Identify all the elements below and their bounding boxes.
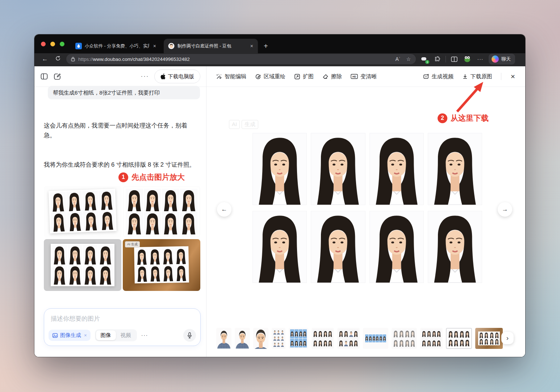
- chat-more-menu[interactable]: ···: [141, 73, 149, 80]
- download-desktop-label: 下载电脑版: [168, 73, 195, 80]
- browser-titlebar: 小众软件 - 分享免费、小巧、实用 × 制作两寸白底证件照 - 豆包 × +: [34, 34, 525, 53]
- composer-toolbar: 图像生成 × 图像 视频 ···: [49, 329, 196, 342]
- url-text: https://www.doubao.com/chat/384202449965…: [78, 57, 391, 62]
- strip-thumb-man-3[interactable]: [253, 328, 268, 349]
- favorite-star-icon[interactable]: ☆: [405, 56, 412, 62]
- strip-thumb-dark-grid[interactable]: [420, 328, 443, 349]
- generated-image-4[interactable]: AI 生成: [123, 239, 200, 291]
- extension-badge: 1: [425, 60, 430, 64]
- address-bar[interactable]: https://www.doubao.com/chat/384202449965…: [66, 54, 416, 64]
- strip-thumb-man-grid[interactable]: [272, 328, 285, 349]
- generate-video-button[interactable]: 生成视频: [423, 73, 454, 80]
- new-tab-button[interactable]: +: [264, 42, 268, 50]
- split-screen-icon[interactable]: [450, 55, 459, 63]
- previous-image-button[interactable]: ←: [217, 202, 231, 217]
- zoom-window-button[interactable]: [60, 42, 64, 46]
- close-viewer-button[interactable]: ×: [510, 72, 516, 81]
- annotation-step-1: 1 先点击图片放大: [118, 172, 185, 182]
- mode-video-option[interactable]: 视频: [116, 332, 136, 339]
- strip-thumb-light-grid[interactable]: [392, 328, 417, 349]
- strip-thumb-blue-row[interactable]: [363, 328, 388, 349]
- region-repaint-button[interactable]: 区域重绘: [255, 73, 285, 80]
- generated-image-1[interactable]: [44, 186, 121, 238]
- sidebar-toggle-icon[interactable]: [40, 72, 48, 80]
- microphone-icon: [187, 332, 192, 338]
- window-controls: [34, 34, 71, 53]
- enhance-button[interactable]: HD 变清晰: [351, 73, 377, 80]
- refresh-button[interactable]: [53, 55, 63, 63]
- close-window-button[interactable]: [41, 42, 46, 46]
- image-generation-label: 图像生成: [60, 332, 81, 339]
- minimize-window-button[interactable]: [50, 42, 55, 46]
- tab2-close-icon[interactable]: ×: [249, 43, 254, 49]
- tab2-title: 制作两寸白底证件照 - 豆包: [177, 43, 246, 49]
- enhance-label: 变清晰: [360, 73, 377, 80]
- copilot-label: 聊天: [501, 56, 511, 62]
- id-photo: [311, 211, 365, 283]
- hd-icon: HD: [351, 74, 358, 79]
- lock-icon: [71, 57, 75, 62]
- tab2-favicon-icon: [168, 43, 175, 49]
- generated-image-2[interactable]: [123, 186, 200, 238]
- extension-shortcut-icon[interactable]: 1: [419, 55, 429, 63]
- browser-window: 小众软件 - 分享免费、小巧、实用 × 制作两寸白底证件照 - 豆包 × + ←…: [34, 34, 525, 357]
- image-icon: [52, 333, 58, 338]
- id-photo: [428, 211, 482, 283]
- assistant-message-2: 我将为你生成符合要求的 6 寸相纸排版 8 张 2 寸证件照。: [44, 160, 199, 170]
- generated-image-3[interactable]: [44, 239, 121, 291]
- id-photo: [370, 211, 423, 283]
- back-button[interactable]: ←: [40, 55, 50, 63]
- id-photo: [311, 133, 365, 205]
- extensions-puzzle-icon[interactable]: [432, 55, 442, 63]
- annotation-arrow: [450, 78, 490, 114]
- thumbnail-strip: [216, 328, 516, 349]
- smart-edit-label: 智能编辑: [225, 73, 246, 80]
- ai-watermark-b: 生成: [242, 120, 258, 129]
- mode-image-option[interactable]: 图像: [96, 330, 116, 340]
- copilot-button[interactable]: 聊天: [489, 54, 515, 64]
- strip-thumb-blue-grid[interactable]: [289, 328, 308, 349]
- chat-panel-header: ··· 下载电脑版: [34, 66, 206, 87]
- strip-thumb-selected[interactable]: [446, 328, 472, 349]
- prompt-placeholder: 描述你想要的图片: [51, 314, 100, 323]
- annotation-2-number: 2: [438, 113, 447, 123]
- tab1-favicon-icon: [75, 43, 82, 49]
- doubao-page: ··· 下载电脑版 帮我生成6寸相纸，8张2寸证件照，我要打印 这会儿有点热闹，…: [34, 66, 525, 357]
- download-desktop-button[interactable]: 下载电脑版: [154, 70, 201, 83]
- strip-thumb-man-2[interactable]: [235, 328, 250, 349]
- tab-xiaozhong[interactable]: 小众软件 - 分享免费、小巧、实用 ×: [71, 39, 161, 53]
- copilot-icon: [492, 55, 499, 63]
- id-photo: [428, 133, 482, 205]
- image-generation-tag[interactable]: 图像生成 ×: [49, 330, 91, 341]
- next-image-button[interactable]: →: [498, 202, 512, 217]
- ai-watermark-a: AI: [229, 120, 240, 129]
- composer-more-menu[interactable]: ···: [141, 332, 148, 339]
- region-repaint-label: 区域重绘: [264, 73, 285, 80]
- expand-image-button[interactable]: 扩图: [294, 73, 314, 80]
- smart-edit-button[interactable]: 智能编辑: [216, 73, 246, 80]
- ai-generated-badge: AI 生成: [125, 241, 140, 247]
- tab-doubao[interactable]: 制作两寸白底证件照 - 豆包 ×: [164, 39, 258, 53]
- tab1-close-icon[interactable]: ×: [152, 43, 157, 49]
- strip-next-button[interactable]: ›: [501, 332, 514, 344]
- voice-input-button[interactable]: [183, 329, 196, 342]
- magic-wand-icon: [216, 74, 222, 80]
- strip-thumb-woman-grid-2[interactable]: [337, 328, 360, 349]
- strip-thumb-woman-grid-1[interactable]: [312, 328, 334, 349]
- erase-label: 擦除: [331, 73, 342, 80]
- read-aloud-icon[interactable]: Aʾ: [394, 56, 402, 62]
- annotation-1-text: 先点击图片放大: [131, 172, 185, 182]
- browser-more-menu[interactable]: ···: [476, 56, 485, 62]
- generated-images-grid: AI 生成: [44, 186, 200, 291]
- user-message: 帮我生成6寸相纸，8张2寸证件照，我要打印: [48, 86, 200, 99]
- strip-thumb-man-1[interactable]: [216, 328, 231, 349]
- repaint-pen-icon: [255, 74, 261, 80]
- new-chat-icon[interactable]: [53, 72, 61, 80]
- annotation-1-number: 1: [118, 172, 128, 182]
- prompt-composer[interactable]: 描述你想要的图片 图像生成 × 图像 视频 ···: [44, 308, 201, 346]
- frog-extension-icon[interactable]: [463, 55, 472, 63]
- tag-close-icon[interactable]: ×: [84, 333, 87, 338]
- eraser-icon: [322, 74, 329, 80]
- erase-button[interactable]: 擦除: [322, 73, 342, 80]
- strip-thumb-wood[interactable]: [475, 328, 503, 349]
